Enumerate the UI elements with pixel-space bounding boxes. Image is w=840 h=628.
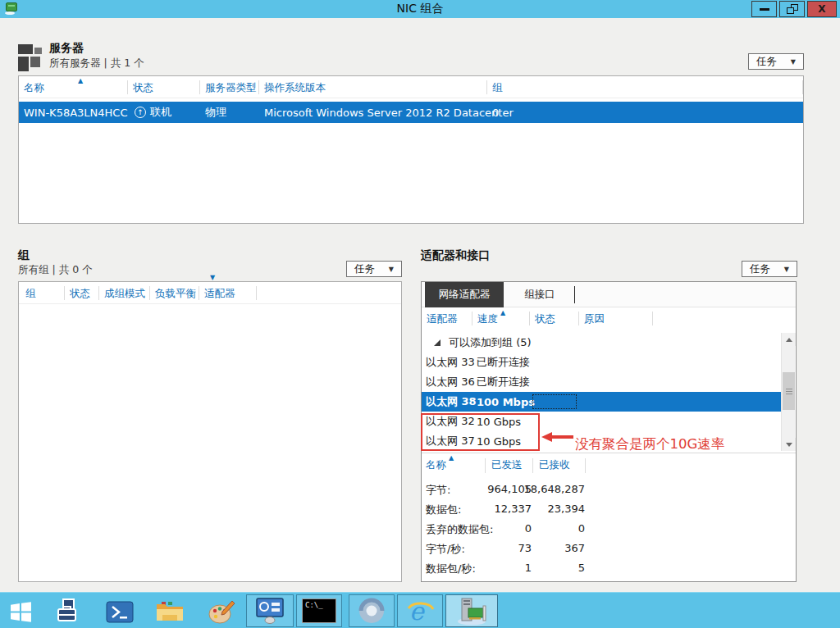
col-os-version[interactable]: 操作系统版本: [259, 76, 487, 98]
stat-row: 数据包: 12,337 23,394: [422, 499, 796, 519]
server-manager-icon: [56, 598, 80, 625]
computer-management-icon: [255, 598, 285, 624]
windows-logo-icon: [10, 601, 32, 623]
sort-asc-icon: ▲: [449, 455, 454, 462]
col-server-type[interactable]: 服务器类型: [200, 76, 259, 98]
tab-team-interfaces[interactable]: 组接口: [504, 282, 576, 307]
taskbar[interactable]: C:\_ e: [0, 592, 840, 628]
stat-row: 字节/秒: 73 367: [422, 539, 796, 558]
adapters-tasks-button[interactable]: 任务 ▼: [742, 261, 797, 277]
window-title: NIC 组合: [0, 2, 840, 16]
scrollbar[interactable]: [781, 333, 795, 451]
file-explorer-button[interactable]: [154, 597, 185, 626]
adapter-row-selected[interactable]: 以太网 38 100 Mbps: [422, 392, 782, 412]
adapter-group-header[interactable]: 可以添加到组 (5): [422, 333, 782, 353]
servers-title: 服务器: [49, 41, 84, 56]
col-received[interactable]: 已接收: [539, 458, 570, 472]
teams-title: 组: [18, 248, 30, 263]
teams-table-body: [19, 304, 401, 582]
sort-desc-icon: ▼: [210, 275, 215, 281]
restore-button[interactable]: [779, 1, 805, 17]
scroll-down-button[interactable]: [782, 438, 796, 451]
server-status: ↑ 联机: [128, 105, 200, 120]
command-prompt-icon: C:\_: [302, 598, 336, 623]
focus-rectangle: [532, 394, 577, 409]
annotation-text: 没有聚合是两个10G速率: [575, 435, 724, 453]
col-adapter[interactable]: 适配器: [422, 307, 472, 330]
tasks-label: 任务: [354, 262, 375, 276]
servers-subtitle: 所有服务器 | 共 1 个: [49, 57, 144, 71]
text-cursor: [574, 286, 575, 303]
col-state[interactable]: 状态: [530, 307, 579, 330]
minimize-button[interactable]: [751, 1, 777, 17]
servers-table-header: 名称 状态 服务器类型 操作系统版本 组: [19, 76, 803, 98]
servers-icon: [18, 43, 43, 72]
online-status-icon: ↑: [135, 107, 146, 118]
internet-explorer-icon: e: [405, 597, 435, 625]
stat-row: 丢弃的数据包: 0 0: [422, 519, 796, 539]
teams-table: 组 状态 成组模式 负载平衡 适配器: [18, 281, 402, 582]
close-button[interactable]: X: [807, 1, 837, 17]
servers-tasks-button[interactable]: 任务 ▼: [748, 53, 804, 70]
command-prompt-button[interactable]: C:\_: [296, 594, 342, 627]
col-status[interactable]: 状态: [128, 76, 200, 98]
adapter-statistics: 名称 已发送 已接收 ▲ 字节: 964,105 18,648,287 数据包:…: [422, 453, 796, 581]
col-name[interactable]: 名称: [19, 76, 128, 98]
scroll-up-icon: [786, 338, 792, 342]
teams-tasks-button[interactable]: 任务 ▼: [346, 261, 402, 277]
col-adapters[interactable]: 适配器: [199, 282, 257, 304]
minimize-icon: [760, 8, 769, 11]
internet-explorer-button[interactable]: e: [397, 594, 443, 627]
computer-management-button[interactable]: [246, 594, 294, 627]
col-stat-name[interactable]: 名称: [426, 458, 446, 472]
powershell-button[interactable]: [104, 597, 135, 626]
server-name: WIN-K58A3LN4HCC: [19, 107, 128, 119]
scrollbar-grip-icon: [786, 391, 792, 392]
stat-row: 字节: 964,105 18,648,287: [422, 480, 796, 499]
swirl-app-button[interactable]: [349, 594, 395, 627]
teams-subtitle: 所有组 | 共 0 个: [18, 263, 93, 277]
col-reason[interactable]: 原因: [579, 307, 653, 330]
title-bar[interactable]: NIC 组合 X: [0, 0, 840, 18]
col-sent[interactable]: 已发送: [491, 458, 523, 472]
annotation-arrow-line: [551, 435, 573, 439]
start-button[interactable]: [8, 597, 33, 626]
scroll-up-button[interactable]: [782, 333, 796, 346]
col-team-status[interactable]: 状态: [65, 282, 99, 304]
svg-text:e: e: [409, 597, 426, 625]
tab-strip: 网络适配器 组接口: [422, 282, 796, 307]
nic-teaming-app-button[interactable]: [445, 594, 498, 627]
tab-network-adapters[interactable]: 网络适配器: [425, 282, 504, 307]
dropdown-arrow-icon: ▼: [784, 266, 789, 273]
scrollbar-thumb[interactable]: [783, 372, 795, 410]
server-os: Microsoft Windows Server 2012 R2 Datacen…: [259, 107, 487, 119]
col-load-balancing[interactable]: 负载平衡: [150, 282, 199, 304]
paint-palette-icon: [208, 599, 235, 625]
col-team[interactable]: 组: [19, 282, 65, 304]
nic-teaming-icon: [455, 597, 488, 626]
paint-button[interactable]: [206, 597, 237, 626]
col-teams[interactable]: 组: [487, 76, 803, 98]
expand-icon: [434, 339, 441, 346]
sort-asc-icon: ▲: [78, 78, 83, 84]
server-row[interactable]: WIN-K58A3LN4HCC ↑ 联机 物理 Microsoft Window…: [19, 102, 803, 123]
tasks-label: 任务: [756, 55, 777, 69]
adapter-row[interactable]: 以太网 33 已断开连接: [422, 353, 782, 372]
sort-asc-icon: ▲: [500, 310, 505, 316]
folder-icon: [156, 600, 184, 623]
stats-header: 名称 已发送 已接收 ▲: [422, 455, 796, 475]
dropdown-arrow-icon: ▼: [791, 58, 796, 66]
adapter-row[interactable]: 以太网 36 已断开连接: [422, 372, 782, 392]
teams-table-header: 组 状态 成组模式 负载平衡 适配器: [19, 282, 401, 304]
powershell-icon: [106, 601, 134, 623]
server-type: 物理: [200, 105, 259, 120]
scroll-down-icon: [786, 443, 792, 447]
dropdown-arrow-icon: ▼: [389, 266, 394, 273]
servers-table: 名称 状态 服务器类型 操作系统版本 组 WIN-K58A3LN4HCC ↑ 联…: [18, 75, 804, 224]
close-icon: X: [818, 3, 825, 15]
restore-icon: [787, 4, 798, 14]
col-teaming-mode[interactable]: 成组模式: [99, 282, 150, 304]
server-manager-button[interactable]: [52, 597, 84, 626]
adapters-title: 适配器和接口: [421, 248, 490, 263]
stat-row: 数据包/秒: 1 5: [422, 558, 796, 578]
